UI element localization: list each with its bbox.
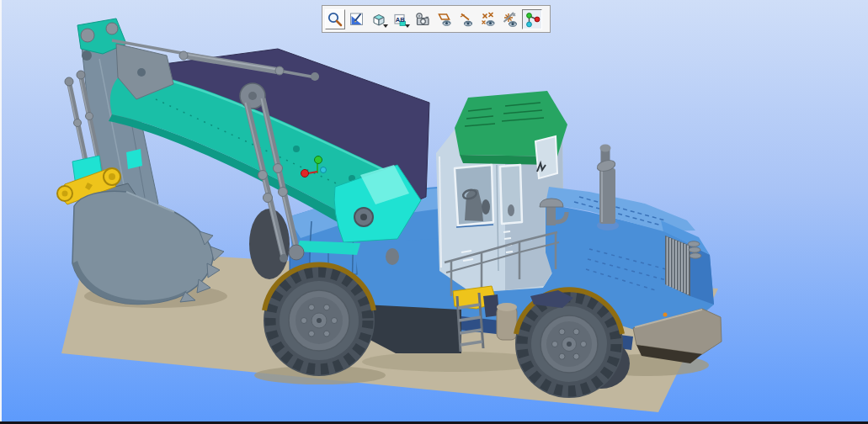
hide-planes-button[interactable]	[434, 9, 455, 29]
far-rear-wheel	[249, 209, 290, 279]
view-orientation-icon	[349, 11, 365, 28]
save-image-button[interactable]	[413, 9, 433, 29]
hide-points-button[interactable]	[478, 9, 498, 29]
view-toolbar: AB	[322, 5, 551, 33]
dropdown-arrow-icon	[405, 24, 410, 28]
hide-axes-icon	[458, 11, 475, 28]
front-light	[663, 313, 668, 317]
3d-viewport[interactable]: AB	[0, 0, 868, 424]
dropdown-arrow-icon	[383, 24, 388, 28]
hide-all-auxiliary-button[interactable]	[500, 9, 520, 29]
hide-axes-button[interactable]	[456, 9, 477, 29]
svg-text:AB: AB	[396, 15, 405, 23]
zoom-area-button[interactable]	[325, 9, 345, 29]
designation-visibility-button[interactable]: AB	[391, 9, 411, 29]
hide-all-auxiliary-icon	[502, 11, 519, 28]
component-structure-icon	[524, 11, 541, 28]
view-orientation-button[interactable]	[347, 9, 367, 29]
display-mode-button[interactable]	[369, 9, 389, 29]
louver-stack	[688, 241, 701, 258]
cab	[436, 91, 567, 293]
hide-planes-icon	[436, 11, 453, 28]
zoom-area-icon	[327, 11, 343, 28]
window-left-edge	[0, 0, 2, 424]
model-scene	[0, 0, 868, 424]
rear-wheel	[264, 264, 375, 376]
front-wheel	[515, 289, 623, 398]
cab-side-window	[535, 136, 557, 178]
bucket	[72, 191, 224, 304]
hide-points-icon	[480, 11, 497, 28]
component-structure-button[interactable]	[522, 9, 542, 29]
save-image-icon	[414, 11, 431, 28]
